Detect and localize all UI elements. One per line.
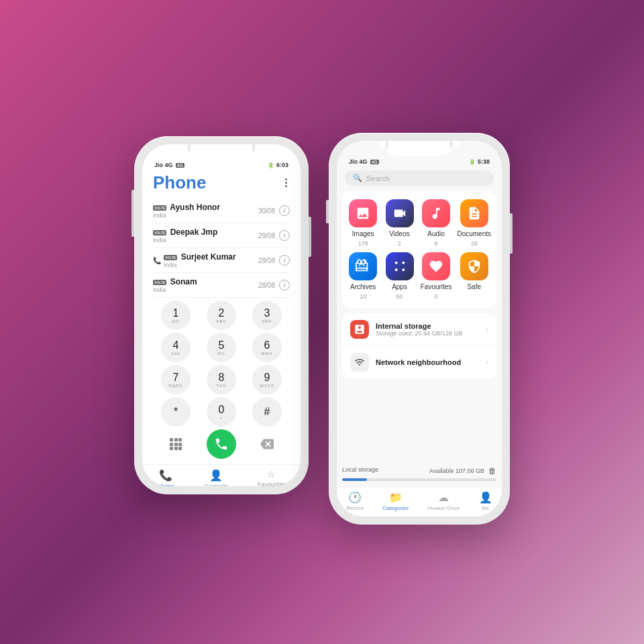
missed-call-icon: 📞 [153,257,161,264]
files-carrier-text: Jio 4G [349,158,368,165]
svg-rect-3 [170,443,173,446]
network-storage-item[interactable]: Network neighbourhood › [342,346,496,378]
svg-rect-4 [174,443,178,446]
documents-icon [460,199,488,227]
category-grid: Images 178 Videos 2 [347,199,491,300]
files-nav-me[interactable]: 👤 Me [479,491,492,511]
cat-documents-label: Documents [457,230,491,237]
call-name: VOLTE Ayush Honor [153,203,258,212]
battery-icon: 🔋 [268,162,274,168]
spacer [337,382,502,461]
local-storage-section: Local storage Available 107.06 GB 🗑 [342,461,496,486]
info-button[interactable]: i [279,230,290,241]
call-network: India [153,212,258,219]
dial-key-3[interactable]: 3 DEF [252,301,282,330]
cat-documents[interactable]: Documents 29 [457,199,491,247]
search-bar[interactable]: 🔍 Search [345,170,494,186]
call-right: 29/08 i [258,230,290,241]
call-item[interactable]: VOLTE Deepak Jmp India 29/08 i [153,223,290,248]
cat-videos-label: Videos [389,230,409,237]
grid-button[interactable] [161,429,191,459]
cat-archives[interactable]: Archives 10 [347,252,378,300]
network-storage-info: Network neighbourhood [376,358,479,366]
files-nav-drive[interactable]: ☁ Huawei Drive [428,491,460,511]
available-storage: Available 107.06 GB 🗑 [429,466,496,476]
phone-app: Phone VOLTE Ayush Honor [142,170,301,464]
info-button[interactable]: i [279,205,290,216]
files-nav-categories-label: Categories [382,505,409,511]
files-bottom-nav: 🕐 Recent 📁 Categories ☁ Huawei Drive 👤 M… [337,486,502,517]
vol-up-button [131,190,134,210]
call-button[interactable] [207,429,236,459]
cat-safe-label: Safe [467,283,481,290]
nav-contacts-label: Contacts [204,483,228,486]
local-storage-header: Local storage Available 107.06 GB 🗑 [342,466,496,476]
dial-key-4[interactable]: 4 GHI [161,333,191,362]
dial-key-star[interactable]: * [161,397,191,427]
volte-badge: VOLTE [153,230,166,235]
volte-badge: VOLTE [153,205,166,211]
dial-key-7[interactable]: 7 PQRS [161,365,191,394]
files-nav-drive-label: Huawei Drive [428,505,460,511]
dial-key-0[interactable]: 0 + [207,397,236,427]
recent-nav-icon: 🕐 [348,491,362,504]
volte-badge: VOLTE [153,280,166,285]
call-item[interactable]: VOLTE Ayush Honor India 30/08 i [153,199,290,223]
call-item[interactable]: 📞 VOLTE Surjeet Kumar India 28/08 [153,248,290,273]
search-placeholder: Search [366,174,390,182]
svg-rect-7 [174,447,178,450]
files-nav-recent[interactable]: 🕐 Recent [346,491,363,511]
nav-phone[interactable]: 📞 Phone [157,469,174,486]
scene: Jio 4G 4G 🔋 6:03 Phone [0,0,644,644]
dial-key-5[interactable]: 5 JKL [207,333,236,362]
vol-down-button [131,217,134,237]
cat-audio-count: 9 [435,240,438,247]
cat-images[interactable]: Images 178 [347,199,378,247]
dial-key-6[interactable]: 6 MNO [252,333,282,362]
archives-icon [349,252,377,280]
phone-nav-icon: 📞 [159,469,172,482]
grid-icon [170,438,182,450]
info-button[interactable]: i [279,280,290,290]
app-header: Phone [153,170,290,199]
contacts-nav-icon: 👤 [209,469,223,482]
volte-badge: VOLTE [164,255,177,260]
available-text: Available 107.06 GB [429,468,484,474]
network-storage-name: Network neighbourhood [376,358,479,366]
dial-key-hash[interactable]: # [252,397,282,427]
call-name: VOLTE Surjeet Kumar [164,252,258,262]
menu-button[interactable] [282,176,290,190]
nav-contacts[interactable]: 👤 Contacts [204,469,228,486]
favourites-nav-icon: ☆ [267,469,276,480]
call-network: India [153,237,258,244]
call-date: 28/08 [258,257,275,264]
chevron-right-icon: › [486,325,488,334]
files-nav-categories[interactable]: 📁 Categories [382,491,409,511]
call-with-icon-row: 📞 VOLTE Surjeet Kumar India [153,252,258,268]
nav-favourites[interactable]: ☆ Favourites [258,469,286,486]
internal-storage-item[interactable]: Internal storage Storage used: 20.94 GB/… [342,313,496,346]
delete-button[interactable] [252,429,282,459]
safe-icon [460,252,488,280]
storage-bar [342,478,496,481]
dot3 [285,185,287,187]
dial-key-1[interactable]: 1 QO [161,301,191,330]
dial-key-8[interactable]: 8 TUV [207,365,236,394]
call-item[interactable]: VOLTE Sonam India 28/08 i [153,273,290,298]
cat-documents-count: 29 [471,240,478,247]
dial-key-9[interactable]: 9 WXYZ [252,365,282,394]
search-icon: 🔍 [353,174,362,182]
status-time-area: 🔋 6:03 [268,162,288,168]
svg-rect-8 [178,447,182,450]
call-info: VOLTE Deepak Jmp India [153,227,258,244]
call-icon [214,437,229,451]
cat-audio[interactable]: Audio 9 [421,199,452,247]
storage-bar-fill [342,478,367,481]
cat-safe[interactable]: Safe [457,252,491,300]
dial-key-2[interactable]: 2 ABC [207,301,236,330]
cat-favourites[interactable]: Favourites 0 [421,252,452,300]
dial-row-2: 4 GHI 5 JKL 6 MNO [153,333,290,362]
info-button[interactable]: i [279,255,290,266]
cat-apps[interactable]: Apps 60 [384,252,415,300]
cat-videos[interactable]: Videos 2 [384,199,415,247]
